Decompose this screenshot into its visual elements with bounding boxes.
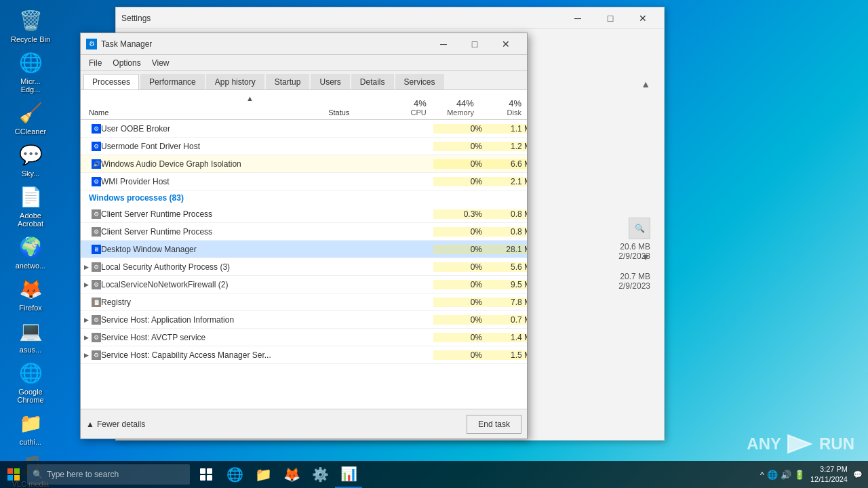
tab-app-history[interactable]: App history — [206, 74, 264, 89]
task-manager-menubar: File Options View — [81, 55, 527, 71]
firefox-label: Firefox — [19, 304, 42, 312]
desktop-icon-anetwork[interactable]: 🌍 anetwo... — [7, 233, 54, 270]
clock-time: 3:27 PM — [810, 464, 848, 474]
svg-marker-0 — [788, 435, 811, 453]
svg-rect-4 — [14, 475, 20, 481]
taskbar-app-task-view[interactable] — [193, 461, 220, 488]
anetwork-label: anetwo... — [16, 262, 46, 270]
tab-startup[interactable]: Startup — [266, 74, 310, 89]
settings-search-button[interactable]: 🔍 — [629, 218, 650, 239]
svg-rect-5 — [200, 468, 205, 474]
process-cpu: 0% — [433, 350, 488, 360]
desktop-icon-cuthi[interactable]: 📁 cuthi... — [7, 409, 54, 446]
row-expand-toggle[interactable]: ▶ — [81, 346, 92, 364]
menu-item-view[interactable]: View — [146, 57, 175, 69]
table-row[interactable]: ⚙ Usermode Font Driver Host 0% 1.2 MB 0 … — [81, 138, 527, 155]
desktop-icon-skype[interactable]: 💬 Sky... — [7, 141, 54, 178]
cuthi-label: cuthi... — [20, 438, 41, 446]
table-row[interactable]: ▶ ⚙ Service Host: Capability Access Mana… — [81, 346, 527, 364]
settings-scroll-up[interactable]: ▲ — [641, 79, 650, 89]
desktop-icon-recycle-bin[interactable]: 🗑️ Recycle Bin — [7, 7, 54, 43]
row-expand-icon — [81, 120, 92, 138]
tab-details[interactable]: Details — [351, 74, 394, 89]
taskbar-app-explorer[interactable]: 📁 — [250, 461, 277, 488]
table-row[interactable]: ⚙ Client Server Runtime Process 0% 0.8 M… — [81, 223, 527, 241]
desktop-icon-ccleaner[interactable]: 🧹 CCleaner — [7, 99, 54, 136]
col-header-memory[interactable]: 44% Memory — [432, 90, 479, 119]
tray-chevron-icon[interactable]: ^ — [760, 470, 764, 480]
process-icon: 🔊 — [92, 159, 101, 169]
table-row-desktop-window-manager[interactable]: 🖥 Desktop Window Manager 0% 28.1 MB 0 MB… — [81, 241, 527, 258]
process-name: Usermode Font Driver Host — [101, 142, 366, 151]
taskbar-app-taskmanager[interactable]: 📊 — [335, 461, 362, 488]
process-memory: 1.2 MB — [488, 142, 527, 151]
desktop-icon-edge[interactable]: 🌐 Micr...Edg... — [7, 49, 54, 94]
tab-services[interactable]: Services — [395, 74, 444, 89]
chrome-label: Google Chrome — [7, 388, 54, 404]
row-expand-icon — [81, 241, 92, 258]
end-task-button[interactable]: End task — [467, 415, 521, 434]
process-icon: 🖥 — [92, 245, 101, 254]
row-expand-toggle[interactable]: ▶ — [81, 276, 92, 293]
tab-processes[interactable]: Processes — [83, 74, 139, 89]
process-icon: 📋 — [92, 298, 101, 307]
task-manager-minimize-button[interactable]: ─ — [428, 33, 459, 55]
process-name-cell: 🔊 Windows Audio Device Graph Isolation — [81, 155, 366, 173]
table-row[interactable]: ▶ ⚙ LocalServiceNoNetworkFirewall (2) 0%… — [81, 276, 527, 293]
taskbar-app-edge[interactable]: 🌐 — [221, 461, 248, 488]
taskbar-app-firefox[interactable]: 🦊 — [278, 461, 305, 488]
tray-volume-icon[interactable]: 🔊 — [781, 470, 791, 480]
table-row[interactable]: ▶ ⚙ Local Security Authority Process (3)… — [81, 258, 527, 276]
taskbar-search[interactable]: 🔍 Type here to search — [27, 464, 190, 485]
table-row-windows-audio[interactable]: 🔊 Windows Audio Device Graph Isolation 0… — [81, 155, 527, 173]
task-manager-close-button[interactable]: ✕ — [490, 33, 521, 55]
start-button[interactable] — [0, 461, 27, 488]
process-name-cell: ⚙ Client Server Runtime Process — [81, 205, 366, 223]
settings-scroll-down[interactable]: ▼ — [641, 251, 650, 262]
menu-item-options[interactable]: Options — [107, 57, 146, 69]
process-name: Client Server Runtime Process — [101, 209, 366, 219]
desktop-icon-acrobat[interactable]: 📄 Adobe Acrobat — [7, 183, 54, 228]
process-name-cell: 🖥 Desktop Window Manager — [81, 241, 366, 258]
process-memory: 5.6 MB — [488, 262, 527, 272]
tab-users[interactable]: Users — [311, 74, 349, 89]
windows-logo-icon — [7, 468, 20, 481]
skype-icon: 💬 — [17, 141, 44, 168]
table-row[interactable]: ▶ ⚙ Service Host: AVCTP service 0% 1.4 M… — [81, 329, 527, 346]
desktop-icon-chrome[interactable]: 🌐 Google Chrome — [7, 359, 54, 404]
anyrun-run-text: RUN — [819, 434, 854, 453]
table-row[interactable]: ⚙ WMI Provider Host 0% 2.1 MB 0 MB/s — [81, 173, 527, 190]
col-header-disk[interactable]: 4% Disk — [479, 90, 527, 119]
col-header-name[interactable]: Name — [81, 90, 326, 119]
tray-clock[interactable]: 3:27 PM 12/11/2024 — [810, 464, 848, 485]
taskbar-app-settings[interactable]: ⚙️ — [307, 461, 334, 488]
desktop-icon-asus[interactable]: 💻 asus... — [7, 317, 54, 354]
tab-performance[interactable]: Performance — [140, 74, 205, 89]
table-row[interactable]: ▶ ⚙ Service Host: Application Informatio… — [81, 311, 527, 329]
process-cpu: 0% — [433, 280, 488, 289]
menu-item-file[interactable]: File — [83, 57, 107, 69]
task-manager-maximize-button[interactable]: □ — [459, 33, 490, 55]
col-header-status[interactable]: Status — [326, 90, 384, 119]
notification-icon[interactable]: 💬 — [853, 470, 863, 479]
table-row[interactable]: ⚙ User OOBE Broker 0% 1.1 MB 0 MB/s — [81, 120, 527, 138]
table-row[interactable]: ⚙ Client Server Runtime Process 0.3% 0.8… — [81, 205, 527, 223]
table-row[interactable]: 📋 Registry 0% 7.8 MB 0 MB/s — [81, 293, 527, 311]
tray-network-icon[interactable]: 🌐 — [767, 470, 778, 480]
row-expand-toggle[interactable]: ▶ — [81, 329, 92, 346]
fewer-details-button[interactable]: ▲ Fewer details — [86, 420, 145, 429]
task-manager-process-list[interactable]: ⚙ User OOBE Broker 0% 1.1 MB 0 MB/s ⚙ Us… — [81, 120, 527, 409]
col-header-cpu[interactable]: 4% CPU — [384, 90, 432, 119]
process-memory: 1.4 MB — [488, 333, 527, 342]
settings-maximize-button[interactable]: □ — [595, 7, 626, 29]
settings-minimize-button[interactable]: ─ — [562, 7, 593, 29]
taskbar-tray: ^ 🌐 🔊 🔋 3:27 PM 12/11/2024 💬 — [755, 464, 868, 485]
row-expand-toggle[interactable]: ▶ — [81, 258, 92, 276]
svg-rect-3 — [7, 475, 13, 481]
desktop-icon-firefox[interactable]: 🦊 Firefox — [7, 275, 54, 312]
search-placeholder: Type here to search — [47, 470, 119, 479]
row-expand-toggle[interactable]: ▶ — [81, 311, 92, 329]
settings-close-button[interactable]: ✕ — [627, 7, 658, 29]
process-name: Service Host: Application Information — [101, 315, 366, 325]
edge-icon: 🌐 — [17, 49, 44, 76]
